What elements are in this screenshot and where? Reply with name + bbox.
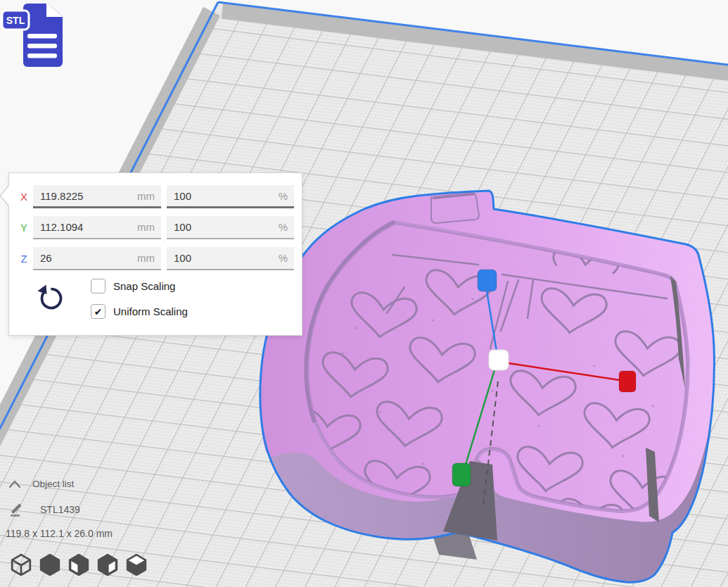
x-size-input[interactable] xyxy=(33,190,137,202)
z-size-input[interactable] xyxy=(33,252,137,264)
chevron-up-icon xyxy=(8,480,21,488)
y-size-field[interactable]: mm xyxy=(33,216,161,239)
pencil-icon xyxy=(9,502,25,517)
object-name: STL1439 xyxy=(40,504,80,515)
gizmo-z-handle[interactable] xyxy=(478,270,497,291)
x-size-unit: mm xyxy=(137,190,161,202)
reset-arrow-icon xyxy=(34,283,65,314)
panel-pointer xyxy=(0,184,10,207)
x-percent-unit: % xyxy=(279,190,294,202)
model-dimensions-readout: 119.8 x 112.1 x 26.0 mm xyxy=(6,528,113,539)
reset-scale-button[interactable] xyxy=(34,283,65,314)
cube-solid-icon xyxy=(39,553,60,576)
x-percent-field[interactable]: % xyxy=(167,185,294,208)
scale-row-x: X mm % xyxy=(15,185,294,208)
object-list-toggle[interactable]: Object list xyxy=(8,479,74,489)
uniform-scaling-checkbox[interactable]: ✔ xyxy=(91,304,106,319)
y-percent-input[interactable] xyxy=(167,221,279,233)
z-percent-unit: % xyxy=(279,252,294,264)
cube-outline-icon xyxy=(11,553,32,576)
stl-document-icon: STL xyxy=(1,1,67,71)
z-percent-field[interactable]: % xyxy=(167,247,294,270)
view-side-button[interactable] xyxy=(97,553,118,576)
gizmo-x-handle[interactable] xyxy=(619,371,636,392)
y-size-input[interactable] xyxy=(33,221,137,233)
object-list-item[interactable]: STL1439 xyxy=(9,502,80,517)
stl-badge-label: STL xyxy=(6,15,25,26)
gizmo-y-handle[interactable] xyxy=(452,463,471,486)
z-size-unit: mm xyxy=(137,252,161,264)
uniform-scaling-label: Uniform Scaling xyxy=(113,305,188,317)
scale-row-y: Y mm % xyxy=(15,216,294,239)
snap-scaling-label: Snap Scaling xyxy=(113,280,175,292)
y-size-unit: mm xyxy=(137,221,161,233)
view-top-button[interactable] xyxy=(126,553,147,576)
y-percent-unit: % xyxy=(279,221,294,233)
view-3d-button[interactable] xyxy=(11,553,32,576)
y-axis-label: Y xyxy=(15,216,33,239)
y-percent-field[interactable]: % xyxy=(167,216,294,239)
z-axis-label: Z xyxy=(15,247,33,270)
view-front-face-button[interactable] xyxy=(68,553,89,576)
cube-front-face-icon xyxy=(68,553,89,576)
z-size-field[interactable]: mm xyxy=(33,247,161,270)
camera-view-toolbar xyxy=(11,553,147,576)
snap-scaling-checkbox[interactable] xyxy=(91,279,106,294)
uniform-scaling-checkbox-row[interactable]: ✔ Uniform Scaling xyxy=(91,304,188,319)
cube-top-face-icon xyxy=(126,553,147,576)
x-percent-input[interactable] xyxy=(167,190,279,202)
x-size-field[interactable]: mm xyxy=(33,185,161,208)
cube-side-face-icon xyxy=(97,553,118,576)
object-list-label: Object list xyxy=(32,479,74,489)
view-front-button[interactable] xyxy=(39,553,60,576)
snap-scaling-checkbox-row[interactable]: Snap Scaling xyxy=(91,279,175,294)
slicer-app-window: STL X mm % Y mm xyxy=(0,0,728,587)
scale-row-z: Z mm % xyxy=(15,247,294,270)
gizmo-center-handle[interactable] xyxy=(489,350,509,370)
scale-tool-panel: X mm % Y mm % Z mm xyxy=(8,172,302,336)
z-percent-input[interactable] xyxy=(167,252,279,264)
stl-file-icon[interactable]: STL xyxy=(1,1,67,71)
x-axis-label: X xyxy=(15,185,33,208)
